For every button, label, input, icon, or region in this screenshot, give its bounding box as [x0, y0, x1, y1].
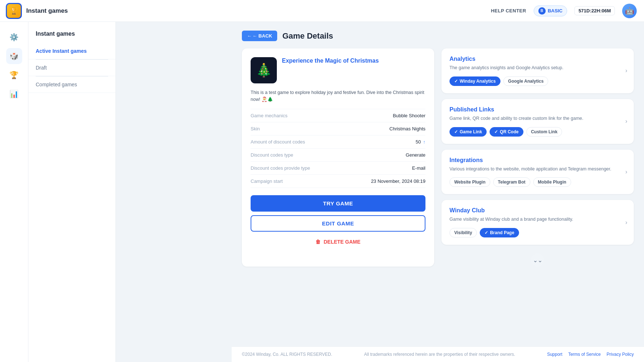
- analytics-desc: The game analytics insights and Google A…: [449, 64, 626, 71]
- winday-club-desc: Game visibility at Winday club and a bra…: [449, 216, 626, 223]
- back-label: ← BACK: [252, 33, 272, 39]
- left-panel: Instant games Active Instant games Draft…: [28, 22, 116, 362]
- logo[interactable]: 🏆: [6, 3, 22, 19]
- delete-game-button[interactable]: 🗑 DELETE GAME: [251, 234, 425, 250]
- footer-links: Support Terms of Service Privacy Policy: [547, 352, 634, 357]
- tag-label: Telegram Bot: [498, 180, 526, 185]
- sidebar-item-settings[interactable]: ⚙️: [6, 29, 22, 45]
- trash-icon: 🗑: [315, 239, 321, 245]
- tag-winday-analytics[interactable]: ✓ Winday Analytics: [449, 76, 500, 86]
- tag-label: Custom Link: [531, 129, 558, 134]
- layout: ⚙️ 🎲 🏆 📊 Instant games Active Instant ga…: [0, 22, 644, 362]
- tag-label: Mobile Plugin: [538, 180, 566, 185]
- tag-mobile-plugin[interactable]: Mobile Plugin: [533, 177, 571, 187]
- analytics-card[interactable]: Analytics The game analytics insights an…: [441, 48, 634, 93]
- scroll-down-button[interactable]: ⌄⌄: [531, 253, 544, 267]
- check-icon: ✓: [454, 129, 458, 134]
- tag-google-analytics[interactable]: Google Analytics: [503, 76, 549, 86]
- winday-club-tags: Visibility ✓ Brand Page: [449, 228, 626, 237]
- integrations-arrow-icon: ›: [625, 169, 627, 175]
- tag-brand-page[interactable]: ✓ Brand Page: [480, 228, 519, 237]
- published-links-arrow-icon: ›: [625, 118, 627, 125]
- winday-club-card[interactable]: Winday Club Game visibility at Winday cl…: [441, 200, 634, 245]
- field-value-discount-amount: 50 ↑: [416, 139, 425, 145]
- sidebar-item-leaderboard[interactable]: 🏆: [6, 67, 22, 83]
- plan-badge[interactable]: B BASIC: [534, 5, 567, 16]
- nav-item-active-games[interactable]: Active Instant games: [28, 43, 115, 59]
- footer-link-terms[interactable]: Terms of Service: [568, 352, 601, 357]
- nav-item-draft[interactable]: Draft: [28, 60, 115, 76]
- check-icon: ✓: [494, 129, 498, 134]
- tag-game-link[interactable]: ✓ Game Link: [449, 127, 487, 137]
- field-row-campaign-start: Campaign start 23 November, 2024 08:19: [251, 175, 425, 188]
- timer-display: 571D:22H:06M: [574, 6, 615, 15]
- winday-club-arrow-icon: ›: [625, 219, 627, 226]
- back-section: ← ← BACK Game Details: [242, 31, 634, 41]
- game-name: Experience the Magic of Christmas: [282, 57, 425, 65]
- integrations-desc: Various integrations to the website, mob…: [449, 166, 626, 173]
- back-arrow-icon: ←: [247, 33, 252, 39]
- tag-qr-code[interactable]: ✓ QR Code: [490, 127, 523, 137]
- header: 🏆 Instant games HELP CENTER B BASIC 571D…: [0, 0, 644, 22]
- edit-game-button[interactable]: EDIT GAME: [251, 215, 425, 232]
- header-left: 🏆 Instant games: [6, 3, 68, 19]
- header-right: HELP CENTER B BASIC 571D:22H:06M 🤖: [491, 4, 637, 18]
- field-row-provide-type: Discount codes provide type E-mail: [251, 162, 425, 175]
- tag-label: QR Code: [500, 129, 518, 134]
- game-info: Experience the Magic of Christmas: [282, 57, 425, 65]
- field-label-discount-type: Discount codes type: [251, 152, 293, 158]
- field-value-mechanics: Bubble Shooter: [393, 113, 425, 118]
- field-value-discount-type: Generate: [406, 152, 425, 158]
- tag-telegram-bot[interactable]: Telegram Bot: [493, 177, 530, 187]
- nav-item-completed[interactable]: Completed games: [28, 76, 115, 93]
- right-cards: Analytics The game analytics insights an…: [441, 48, 634, 267]
- scroll-bottom: ⌄⌄: [441, 253, 634, 267]
- tag-label: Visibility: [454, 230, 472, 235]
- integrations-card[interactable]: Integrations Various integrations to the…: [441, 150, 634, 194]
- field-label-skin: Skin: [251, 126, 260, 131]
- discount-arrow-icon: ↑: [423, 139, 426, 145]
- delete-game-label: DELETE GAME: [323, 239, 360, 245]
- field-value-provide-type: E-mail: [412, 165, 425, 171]
- game-image: 🎄: [251, 57, 277, 83]
- avatar[interactable]: 🤖: [622, 4, 637, 18]
- game-fields: Game mechanics Bubble Shooter Skin Chris…: [251, 109, 425, 188]
- back-button[interactable]: ← ← BACK: [242, 31, 277, 41]
- sidebar: ⚙️ 🎲 🏆 📊: [0, 22, 28, 362]
- help-center-link[interactable]: HELP CENTER: [491, 8, 526, 13]
- sidebar-item-analytics[interactable]: 📊: [6, 86, 22, 102]
- footer-copyright: ©2024 Winday, Co. ALL RIGHTS RESERVED.: [242, 352, 332, 357]
- game-description: This is a test game to explore holiday j…: [251, 89, 425, 103]
- analytics-tags: ✓ Winday Analytics Google Analytics: [449, 76, 626, 86]
- tag-label: Game Link: [460, 129, 482, 134]
- check-icon: ✓: [454, 79, 458, 84]
- analytics-title: Analytics: [449, 56, 626, 62]
- published-links-tags: ✓ Game Link ✓ QR Code Custom Link: [449, 127, 626, 137]
- game-header: 🎄 Experience the Magic of Christmas: [251, 57, 425, 83]
- tag-website-plugin[interactable]: Website Plugin: [449, 177, 490, 187]
- tag-label: Google Analytics: [508, 79, 544, 84]
- field-label-discount-amount: Amount of discount codes: [251, 139, 305, 145]
- tag-custom-link[interactable]: Custom Link: [526, 127, 562, 137]
- footer-link-privacy[interactable]: Privacy Policy: [606, 352, 634, 357]
- integrations-title: Integrations: [449, 157, 626, 164]
- game-card: 🎄 Experience the Magic of Christmas This…: [242, 48, 434, 267]
- integrations-tags: Website Plugin Telegram Bot Mobile Plugi…: [449, 177, 626, 187]
- published-links-desc: Game link, QR code and ability to create…: [449, 115, 626, 122]
- try-game-button[interactable]: TRY GAME: [251, 195, 425, 212]
- field-label-provide-type: Discount codes provide type: [251, 165, 310, 171]
- left-panel-title: Instant games: [28, 31, 115, 43]
- plan-label: BASIC: [548, 8, 562, 13]
- field-value-skin: Christmas Nights: [389, 126, 425, 131]
- footer-link-support[interactable]: Support: [547, 352, 562, 357]
- check-icon: ✓: [484, 230, 488, 235]
- tag-label: Brand Page: [490, 230, 514, 235]
- field-label-mechanics: Game mechanics: [251, 113, 287, 118]
- footer-trademark: All trademarks referenced herein are the…: [364, 352, 515, 357]
- tag-visibility[interactable]: Visibility: [449, 228, 477, 237]
- analytics-arrow-icon: ›: [625, 67, 627, 74]
- main-content: ← ← BACK Game Details 🎄 Experience the M…: [232, 22, 644, 346]
- field-row-skin: Skin Christmas Nights: [251, 122, 425, 135]
- published-links-card[interactable]: Published Links Game link, QR code and a…: [441, 99, 634, 144]
- sidebar-item-games[interactable]: 🎲: [6, 48, 22, 64]
